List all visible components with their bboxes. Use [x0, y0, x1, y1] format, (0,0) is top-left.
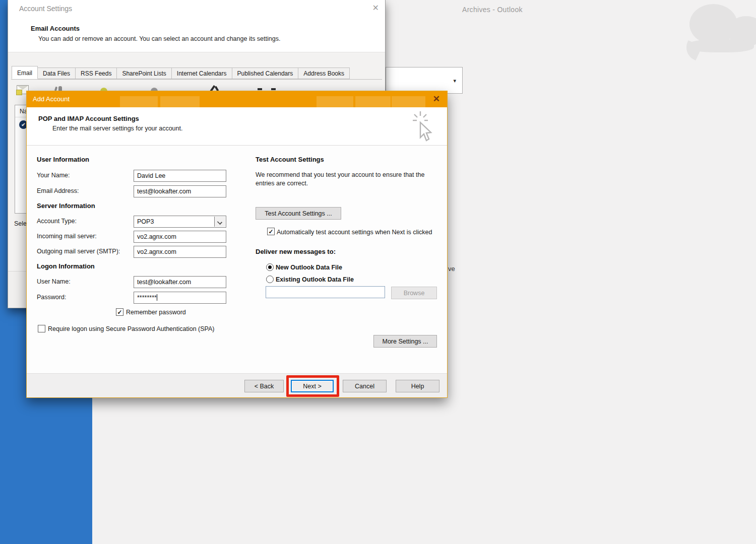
- window-title: Archives - Outlook: [462, 6, 523, 14]
- background-dropdown[interactable]: ▾: [386, 67, 463, 94]
- move-up-icon[interactable]: [258, 88, 262, 90]
- close-icon[interactable]: ✕: [433, 94, 440, 104]
- selected-account-text: Sele: [14, 220, 27, 227]
- incoming-server-field[interactable]: vo2.agnx.com: [134, 231, 226, 243]
- email-accounts-description: You can add or remove an account. You ca…: [38, 35, 280, 42]
- account-type-value: POP3: [137, 218, 154, 225]
- tab-data-files[interactable]: Data Files: [38, 67, 76, 79]
- tab-sharepoint-lists[interactable]: SharePoint Lists: [117, 67, 171, 79]
- test-account-settings-heading: Test Account Settings: [256, 156, 324, 163]
- tab-internet-calendars[interactable]: Internet Calendars: [172, 67, 232, 79]
- add-account-titlebar: Add Account ✕: [27, 91, 447, 107]
- server-information-heading: Server Information: [37, 202, 95, 210]
- text-caret: [157, 294, 157, 301]
- background-text-fragment: ve: [448, 265, 455, 273]
- browse-button[interactable]: Browse: [391, 287, 437, 299]
- dropdown-arrow-icon: ▾: [453, 78, 456, 84]
- combo-arrow-button[interactable]: [214, 217, 225, 227]
- spa-label: Require logon using Secure Password Auth…: [48, 325, 230, 333]
- back-button[interactable]: < Back: [244, 380, 284, 392]
- incoming-server-label: Incoming mail server:: [37, 233, 97, 240]
- remember-password-label: Remember password: [126, 309, 186, 316]
- user-name-label: User Name:: [37, 278, 71, 285]
- dialog-title: Add Account: [33, 95, 70, 103]
- outgoing-server-field[interactable]: vo2.agnx.com: [134, 246, 226, 258]
- help-button[interactable]: Help: [396, 380, 439, 392]
- your-name-label: Your Name:: [37, 172, 70, 179]
- chevron-down-icon: [217, 220, 222, 225]
- password-label: Password:: [37, 294, 66, 301]
- tab-address-books[interactable]: Address Books: [298, 67, 350, 79]
- logon-information-heading: Logon Information: [37, 262, 95, 270]
- account-type-label: Account Type:: [37, 218, 77, 225]
- wizard-title: POP and IMAP Account Settings: [38, 115, 139, 122]
- tab-email[interactable]: Email: [12, 66, 38, 79]
- email-address-field[interactable]: test@lookafter.com: [134, 185, 226, 197]
- email-accounts-heading: Email Accounts: [31, 25, 80, 32]
- wizard-subtitle: Enter the mail server settings for your …: [52, 125, 182, 132]
- dialog-title: Account Settings: [19, 5, 72, 13]
- spa-checkbox[interactable]: [38, 325, 45, 332]
- move-down-icon[interactable]: [271, 88, 276, 90]
- email-address-label: Email Address:: [37, 187, 79, 194]
- click-cursor-icon: [412, 111, 436, 144]
- test-account-settings-button[interactable]: Test Account Settings ...: [256, 207, 341, 220]
- tab-published-calendars[interactable]: Published Calendars: [232, 67, 299, 79]
- existing-data-file-radio[interactable]: [266, 276, 274, 283]
- add-account-dialog: Add Account ✕ POP and IMAP Account Setti…: [26, 91, 448, 398]
- your-name-field[interactable]: David Lee: [134, 170, 226, 182]
- new-data-file-label: New Outlook Data File: [276, 264, 342, 271]
- remember-password-checkbox[interactable]: ✓: [116, 308, 123, 316]
- auto-test-label: Automatically test account settings when…: [277, 228, 434, 236]
- outgoing-server-label: Outgoing mail server (SMTP):: [37, 248, 120, 255]
- test-account-description: We recommend that you test your account …: [256, 171, 442, 188]
- account-settings-tabs: Email Data Files RSS Feeds SharePoint Li…: [12, 66, 350, 79]
- user-information-heading: User Information: [37, 156, 89, 163]
- auto-test-checkbox[interactable]: ✓: [267, 228, 275, 235]
- tab-rss-feeds[interactable]: RSS Feeds: [76, 67, 117, 79]
- new-data-file-radio[interactable]: [266, 263, 274, 271]
- data-file-path-field[interactable]: [266, 286, 385, 298]
- close-icon[interactable]: ✕: [372, 3, 379, 13]
- password-field[interactable]: ********: [134, 292, 226, 304]
- user-name-field[interactable]: test@lookafter.com: [134, 276, 226, 288]
- password-masked-value: ********: [137, 294, 157, 301]
- watermark-graphic: [674, 0, 756, 76]
- more-settings-button[interactable]: More Settings ...: [373, 335, 437, 348]
- wizard-header: POP and IMAP Account Settings Enter the …: [27, 107, 447, 146]
- account-type-dropdown[interactable]: POP3: [134, 216, 226, 228]
- cancel-button[interactable]: Cancel: [343, 380, 387, 392]
- deliver-heading: Deliver new messages to:: [256, 248, 336, 255]
- existing-data-file-label: Existing Outlook Data File: [276, 276, 354, 283]
- next-button-highlight: [286, 375, 339, 397]
